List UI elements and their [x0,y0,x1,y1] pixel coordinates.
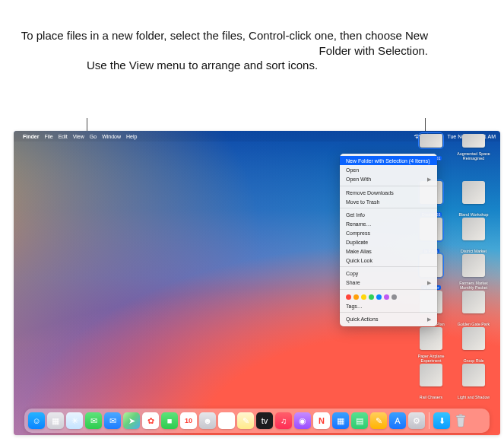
dock-app-facetime[interactable]: ■ [161,412,178,429]
menu-item-compress[interactable]: Compress [340,228,437,237]
file-label: Augmented Space Reimagined [455,151,493,161]
menu-item-move-to-trash[interactable]: Move to Trash [340,197,437,206]
annotation-new-folder: To place files in a new folder, select t… [0,28,428,59]
menu-separator [340,266,437,267]
dock-app-launchpad[interactable]: ▦ [47,412,64,429]
desktop-file[interactable]: Augmented Space Reimagined [455,145,493,163]
menu-file[interactable]: File [44,134,52,139]
tag-color[interactable] [361,294,366,300]
file-thumbnail [462,254,485,277]
menu-help[interactable]: Help [126,134,137,139]
file-label: Farmers Market Monthly Packet [455,281,493,290]
desktop-file[interactable]: Rail Chasers [412,364,450,402]
dock-app-contacts[interactable]: ☻ [199,412,216,429]
tag-color[interactable] [391,294,397,300]
dock-app-system-preferences[interactable]: ⚙ [408,412,425,429]
menu-item-open-with[interactable]: Open With▶ [340,174,437,184]
menu-go[interactable]: Go [90,134,97,139]
chevron-right-icon: ▶ [427,316,431,323]
annotation-view-menu: Use the View menu to arrange and sort ic… [87,58,318,73]
file-label: Group Ride [461,358,485,363]
file-label: District Market [459,249,488,253]
menu-item-rename[interactable]: Rename… [340,219,437,228]
dock-app-downloads[interactable]: ⬇ [433,412,450,429]
file-thumbnail [462,134,485,148]
dock-app-podcasts[interactable]: ◉ [294,412,311,429]
menu-item-open[interactable]: Open [340,165,437,174]
svg-rect-5 [459,415,463,416]
dock-app-finder[interactable]: ☺ [28,412,45,429]
tag-color[interactable] [376,294,382,300]
tag-color-row [340,291,437,301]
dock-app-maps[interactable]: ➤ [123,412,140,429]
file-label: Paper Airplane Experiment [412,354,450,363]
desktop-file[interactable]: Paper Airplane Experiment [412,327,450,365]
menu-separator [340,312,437,313]
chevron-right-icon: ▶ [427,280,431,286]
dock-app-calendar[interactable]: 10 [180,412,197,429]
file-thumbnail [420,327,442,350]
file-thumbnail [420,134,442,148]
dock-app-photos[interactable]: ✿ [142,412,159,429]
menu-view[interactable]: View [73,134,84,139]
menu-item-tags[interactable]: Tags… [340,301,437,310]
dock-app-music[interactable]: ♫ [275,412,292,429]
desktop-file[interactable]: Golden Gate Park [455,291,493,329]
file-label: Light and Shadow [456,395,491,399]
menu-separator [340,289,437,290]
dock-app-news[interactable]: N [313,412,330,429]
menu-item-quick-actions[interactable]: Quick Actions▶ [340,314,437,324]
menu-item-copy[interactable]: Copy [340,269,437,278]
file-thumbnail [462,291,485,313]
dock-trash[interactable] [452,412,469,429]
dock-app-app-store[interactable]: A [389,412,406,429]
file-thumbnail [420,364,442,386]
dock-app-mail[interactable]: ✉ [104,412,121,429]
dock-app-reminders[interactable]: ≣ [218,412,235,429]
tag-color[interactable] [353,294,359,300]
dock-app-numbers[interactable]: ▤ [351,412,368,429]
file-thumbnail [462,327,485,350]
menu-item-share[interactable]: Share▶ [340,278,437,288]
tag-color[interactable] [369,294,374,300]
tag-color[interactable] [346,294,351,300]
file-label: Bland Workshop [458,212,490,217]
menu-item-quick-look[interactable]: Quick Look [340,256,437,265]
menu-item-make-alias[interactable]: Make Alias [340,246,437,256]
dock-app-pages[interactable]: ✎ [370,412,387,429]
menu-item-duplicate[interactable]: Duplicate [340,237,437,246]
menu-item-new-folder-with-selection[interactable]: New Folder with Selection (4 Items) [340,156,437,165]
menu-separator [340,208,437,208]
menu-finder[interactable]: Finder [23,134,39,139]
dock-app-notes[interactable]: ✎ [237,412,254,429]
menu-item-remove-downloads[interactable]: Remove Downloads [340,188,437,197]
file-label: Golden Gate Park [456,322,491,326]
dock-app-tv[interactable]: tv [256,412,273,429]
desktop-file[interactable]: District Market [455,218,493,256]
dock-app-keynote[interactable]: ▦ [332,412,349,429]
dock-app-safari[interactable]: ✳ [66,412,83,429]
chevron-right-icon: ▶ [427,176,431,183]
tag-color[interactable] [384,294,389,300]
dock-divider [429,412,430,429]
file-thumbnail [462,181,485,204]
desktop-file[interactable]: Bland Workshop [455,181,493,219]
menu-separator [340,186,437,186]
context-menu: New Folder with Selection (4 Items) Open… [340,154,437,326]
dock: ☺▦✳✉✉➤✿■10☻≣✎tv♫◉N▦▤✎A⚙⬇ [24,409,490,433]
file-thumbnail [462,218,485,240]
macos-desktop-screenshot: Finder File Edit View Go Window Help Tue… [14,131,500,435]
desktop-file[interactable]: Group Ride [455,327,493,365]
menu-window[interactable]: Window [102,134,121,139]
file-thumbnail [462,364,485,386]
desktop-file[interactable]: Light and Shadow [455,364,493,402]
dock-app-messages[interactable]: ✉ [85,412,102,429]
menu-edit[interactable]: Edit [59,134,68,139]
file-label: Rail Chasers [418,395,444,399]
desktop-file[interactable]: Farmers Market Monthly Packet [455,254,493,292]
menu-item-get-info[interactable]: Get Info [340,210,437,219]
